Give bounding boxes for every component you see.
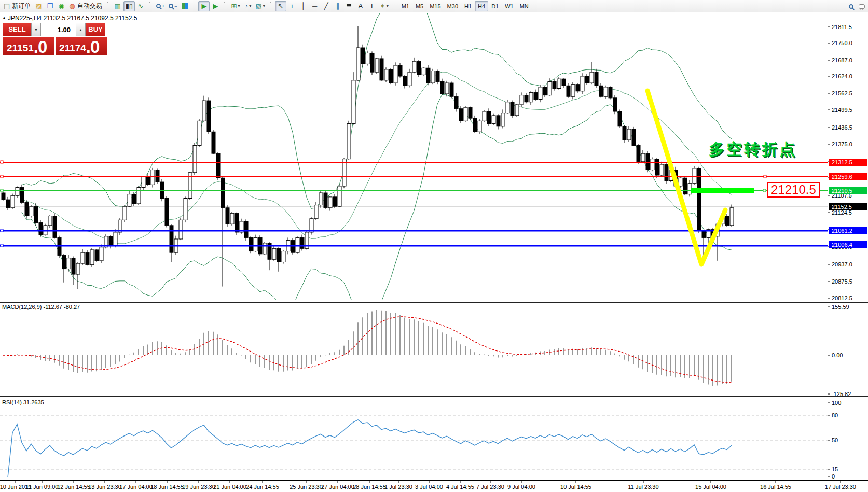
timeframe-d1-button[interactable]: D1 [488, 1, 502, 11]
time-axis-label: 4 Jul 14:55 [446, 484, 474, 490]
channel-icon: ∥ [336, 3, 339, 9]
new-order-button[interactable]: ▤新订单 [2, 1, 33, 11]
price-level-callout[interactable]: 21210.5 [767, 182, 820, 198]
timeframe-h1-button[interactable]: H1 [461, 1, 475, 11]
time-axis-label: 16 Jul 14:55 [760, 484, 791, 490]
text-icon: A [358, 3, 363, 9]
time-axis-label: 15 Jul 04:00 [695, 484, 726, 490]
turning-point-annotation[interactable]: 多空转折点 [709, 139, 797, 160]
buy-price-button[interactable]: 21174.0 [56, 37, 107, 55]
collapse-marker-icon: ▲ [2, 16, 6, 20]
price-axis-tick: 21811.5 [832, 24, 852, 30]
chat-icon[interactable] [859, 4, 865, 9]
chart-title: ▲JPN225-,H4 21132.5 21167.5 21092.5 2115… [2, 15, 137, 22]
chevron-down-icon: ▾ [387, 4, 389, 8]
toolbar-separator [394, 2, 397, 10]
timeframe-m1-button[interactable]: M1 [398, 1, 412, 11]
rsi-indicator-label: RSI(14) 31.2635 [2, 399, 44, 405]
arrows-button[interactable]: ✦▾ [378, 1, 391, 11]
line-chart-button[interactable]: ∿ [135, 1, 146, 11]
vline-button[interactable]: │ [298, 1, 309, 11]
rsi-axis-tick: 15 [832, 466, 838, 472]
zoom-out-button[interactable]: − [167, 1, 179, 11]
line-icon: ∿ [138, 3, 144, 9]
label-button[interactable]: T [366, 1, 378, 11]
time-axis-label: 1 Jul 23:30 [384, 484, 412, 490]
crosshair-button[interactable]: + [286, 1, 298, 11]
navigator-button[interactable]: ▨ [33, 1, 44, 11]
hline-button[interactable]: ─ [309, 1, 321, 11]
timeframe-m30-button[interactable]: M30 [444, 1, 461, 11]
channel-button[interactable]: ∥ [332, 1, 343, 11]
new-order-button-label: 新订单 [12, 2, 31, 10]
price-axis-tick: 21562.5 [832, 90, 852, 96]
time-axis-label: 17 Jun 04:00 [119, 484, 153, 490]
chart-shift-icon: ▶ [213, 3, 218, 9]
price-axis-tick: 20937.0 [832, 261, 852, 268]
time-axis-label: 27 Jun 04:00 [321, 484, 354, 490]
price-chart[interactable]: 21811.521750.021687.021624.021562.521499… [0, 0, 868, 492]
time-axis-label: 21 Jun 04:00 [213, 484, 246, 490]
bar-chart-button[interactable]: ▥ [112, 1, 123, 11]
template-icon: ▧ [255, 3, 261, 9]
price-level-axis-label: 21259.6 [832, 174, 852, 180]
fibo-button[interactable]: ≣ [343, 1, 355, 11]
price-axis-tick: 21499.5 [832, 107, 852, 113]
new-chart-button[interactable]: ⊞▾ [229, 1, 242, 11]
time-axis-label: 13 Jun 23:30 [88, 484, 121, 490]
cursor-button[interactable]: ↖ [275, 1, 286, 11]
search-icon[interactable] [849, 4, 853, 9]
zoom-in-icon [156, 4, 161, 8]
time-axis-label: 19 Jun 23:30 [182, 484, 215, 490]
volume-input[interactable]: 1.00 [41, 23, 76, 36]
macd-indicator-label: MACD(12,26,9) -112.67 -80.27 [2, 304, 80, 310]
toolbar-separator [149, 2, 153, 10]
tile-windows-button[interactable] [179, 1, 190, 11]
signal-icon: ◉ [59, 3, 64, 9]
charts-window-button[interactable]: ❐ [44, 1, 56, 11]
time-axis-label: 28 Jun 14:55 [353, 484, 386, 490]
auto-trading-button-label: 自动交易 [77, 2, 102, 10]
macd-axis-tick: 155.59 [832, 304, 849, 310]
chevron-down-icon: ▾ [263, 4, 265, 8]
periods-button[interactable]: ◔▾ [242, 1, 253, 11]
price-axis-tick: 21687.0 [832, 57, 852, 63]
zoom-in-button[interactable]: + [154, 1, 167, 11]
gold-box-icon: ▨ [35, 3, 42, 9]
timeframe-h4-button[interactable]: H4 [475, 1, 488, 11]
auto-trading-button[interactable]: ◍自动交易 [67, 1, 104, 11]
timeframe-w1-button[interactable]: W1 [502, 1, 517, 11]
time-axis-label: 10 Jul 14:55 [560, 484, 591, 490]
candle-chart-button[interactable]: ▮▯ [123, 1, 135, 11]
timeframe-mn-button[interactable]: MN [517, 1, 532, 11]
text-button[interactable]: A [355, 1, 366, 11]
toolbar-separator [224, 2, 227, 10]
auto-scroll-button[interactable]: ▶ [198, 1, 210, 11]
rsi-axis-tick: 50 [832, 437, 838, 443]
time-axis-label: 25 Jun 23:30 [290, 484, 323, 490]
price-level-axis-label: 21312.5 [832, 159, 852, 165]
sell-price-button[interactable]: 21151.0 [3, 37, 54, 55]
price-axis-tick: 21436.5 [832, 124, 852, 131]
volume-decrease-button[interactable]: ▼ [31, 23, 41, 36]
chart-shift-button[interactable]: ▶ [210, 1, 221, 11]
toolbar-separator [270, 2, 273, 10]
templates-button[interactable]: ▧▾ [253, 1, 267, 11]
sell-button[interactable]: SELL [3, 23, 31, 36]
chevron-down-icon: ▾ [249, 4, 251, 8]
timeframe-m5-button[interactable]: M5 [412, 1, 426, 11]
vline-icon: │ [301, 3, 306, 9]
trendline-button[interactable]: ╱ [321, 1, 332, 11]
candles-icon: ▮▯ [126, 3, 133, 9]
main-toolbar: ▤新订单▨❐◉◍自动交易▥▮▯∿+−▶▶⊞▾◔▾▧▾↖+│─╱∥≣AT✦▾M1M… [0, 0, 868, 12]
crosshair-icon: + [290, 3, 294, 9]
time-axis-label: 12 Jun 14:55 [57, 484, 90, 490]
timeframe-m15-button[interactable]: M15 [426, 1, 444, 11]
time-axis-label: 7 Jul 23:30 [476, 484, 504, 490]
rsi-axis-tick: 100 [832, 400, 841, 406]
rsi-axis-tick: 0 [832, 473, 835, 480]
signal-button[interactable]: ◉ [56, 1, 67, 11]
buy-button[interactable]: BUY [86, 23, 105, 36]
window-plus-icon: ⊞ [231, 3, 237, 9]
volume-increase-button[interactable]: ▲ [76, 23, 86, 36]
